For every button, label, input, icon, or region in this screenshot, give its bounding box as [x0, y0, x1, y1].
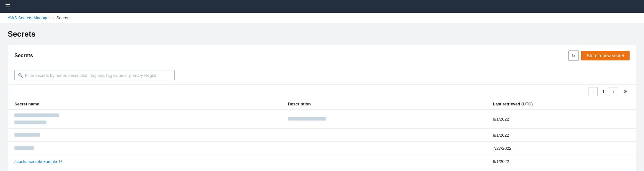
next-icon: ›	[613, 89, 614, 94]
table-row: /stacks-secret/example-1/ 8/1/2022	[8, 155, 636, 168]
header-actions: ↻ Store a new secret	[568, 50, 630, 61]
table-row: 8/1/2022	[8, 129, 636, 142]
redacted-desc-block	[288, 117, 326, 121]
page-title: Secrets	[8, 30, 636, 39]
page-number: 1	[599, 87, 608, 96]
search-icon: 🔍	[18, 73, 23, 78]
prev-icon: ‹	[592, 89, 594, 94]
last-retrieved-cell: 8/1/2022	[493, 132, 630, 138]
secrets-card: Secrets ↻ Store a new secret 🔍 ‹ 1 ›	[8, 45, 636, 171]
filter-bar: 🔍	[8, 66, 636, 85]
secret-name-cell	[14, 113, 288, 124]
secret-name-cell	[14, 146, 288, 151]
prev-page-button[interactable]: ‹	[589, 87, 598, 96]
secret-name-cell: /stacks-secret/example-1/	[14, 159, 288, 164]
last-retrieved-value: 8/1/2022	[493, 159, 509, 164]
last-retrieved-cell: 8/1/2022	[493, 116, 630, 122]
description-cell	[288, 116, 493, 122]
refresh-button[interactable]: ↻	[568, 50, 579, 61]
card-title: Secrets	[14, 53, 33, 59]
top-nav: ☰	[0, 0, 644, 13]
col-header-last-retrieved: Last retrieved (UTC)	[493, 102, 630, 106]
redacted-name-block-sm	[14, 121, 46, 124]
store-secret-button[interactable]: Store a new secret	[581, 51, 630, 60]
table-row: /stacks-secret/example-2/ - 8/1/2022	[8, 168, 636, 171]
breadcrumb: AWS Secrets Manager › Secrets	[0, 13, 644, 23]
table-row: 8/1/2022	[8, 110, 636, 129]
table-settings-button[interactable]: ⚙	[621, 87, 630, 96]
search-input[interactable]	[25, 73, 171, 78]
pagination-bar: ‹ 1 › ⚙	[8, 85, 636, 99]
last-retrieved-value: 8/1/2022	[493, 117, 509, 122]
table-row: 7/27/2022	[8, 142, 636, 155]
col-header-description: Description	[288, 102, 493, 106]
redacted-name-block	[14, 113, 59, 117]
table-header: Secret name Description Last retrieved (…	[8, 99, 636, 110]
secret-name-link[interactable]: /stacks-secret/example-1/	[14, 159, 62, 164]
col-header-name: Secret name	[14, 102, 288, 106]
settings-icon: ⚙	[623, 89, 627, 94]
secrets-table: Secret name Description Last retrieved (…	[8, 99, 636, 171]
refresh-icon: ↻	[572, 53, 575, 58]
redacted-name-block	[14, 146, 34, 150]
redacted-name-block	[14, 133, 40, 137]
next-page-button[interactable]: ›	[609, 87, 618, 96]
breadcrumb-service-link[interactable]: AWS Secrets Manager	[8, 15, 50, 20]
breadcrumb-separator: ›	[53, 16, 54, 20]
secret-name-cell	[14, 132, 288, 138]
last-retrieved-value: 8/1/2022	[493, 133, 509, 138]
hamburger-icon[interactable]: ☰	[5, 3, 10, 10]
breadcrumb-current: Secrets	[56, 15, 71, 20]
last-retrieved-value: 7/27/2022	[493, 146, 512, 151]
last-retrieved-cell: 8/1/2022	[493, 159, 630, 164]
search-wrapper: 🔍	[14, 70, 175, 80]
last-retrieved-cell: 7/27/2022	[493, 146, 630, 151]
page-content: Secrets Secrets ↻ Store a new secret 🔍 ‹	[0, 23, 644, 171]
card-header: Secrets ↻ Store a new secret	[8, 45, 636, 66]
